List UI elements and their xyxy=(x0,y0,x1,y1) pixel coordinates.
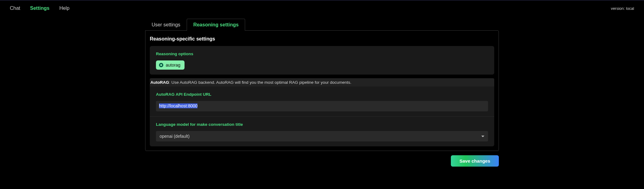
main-content: User settings Reasoning settings Reasoni… xyxy=(0,18,644,167)
tab-user-settings[interactable]: User settings xyxy=(145,19,187,31)
reasoning-option-autorag-chip[interactable]: autorag xyxy=(156,60,185,70)
main-nav: Chat Settings Help xyxy=(10,6,70,11)
autorag-description: AutoRAG: Use AutoRAG backend. AutoRAG wi… xyxy=(150,78,494,87)
panel-title: Reasoning-specific settings xyxy=(150,35,494,46)
endpoint-value: http://localhost:8000 xyxy=(159,103,197,108)
nav-settings[interactable]: Settings xyxy=(30,6,50,11)
app-header: Chat Settings Help version: local xyxy=(0,1,644,18)
endpoint-label: AutoRAG API Endpoint URL xyxy=(156,92,488,97)
chevron-down-icon xyxy=(481,136,484,137)
settings-panel: Reasoning-specific settings Reasoning op… xyxy=(145,30,499,151)
llm-title-selected-value: openai (default) xyxy=(160,134,189,139)
reasoning-options-label: Reasoning options xyxy=(156,52,488,56)
radio-icon xyxy=(159,63,163,67)
version-label: version: local xyxy=(611,6,634,11)
reasoning-options-card: Reasoning options autorag xyxy=(150,46,494,75)
chip-label: autorag xyxy=(166,63,180,68)
llm-title-label: Language model for make conversation tit… xyxy=(156,122,488,127)
llm-title-select[interactable]: openai (default) xyxy=(156,131,488,141)
endpoint-input[interactable]: http://localhost:8000 xyxy=(156,101,488,111)
nav-help[interactable]: Help xyxy=(59,6,70,11)
nav-chat[interactable]: Chat xyxy=(10,6,20,11)
save-changes-button[interactable]: Save changes xyxy=(451,155,499,167)
tab-reasoning-settings[interactable]: Reasoning settings xyxy=(187,19,245,31)
panel-footer: Save changes xyxy=(145,151,499,167)
autorag-desc-text: : Use AutoRAG backend. AutoRAG will find… xyxy=(169,80,352,85)
settings-tabs: User settings Reasoning settings xyxy=(145,18,499,30)
autorag-desc-bold: AutoRAG xyxy=(150,80,169,85)
autorag-config-card: AutoRAG API Endpoint URL http://localhos… xyxy=(150,87,494,146)
